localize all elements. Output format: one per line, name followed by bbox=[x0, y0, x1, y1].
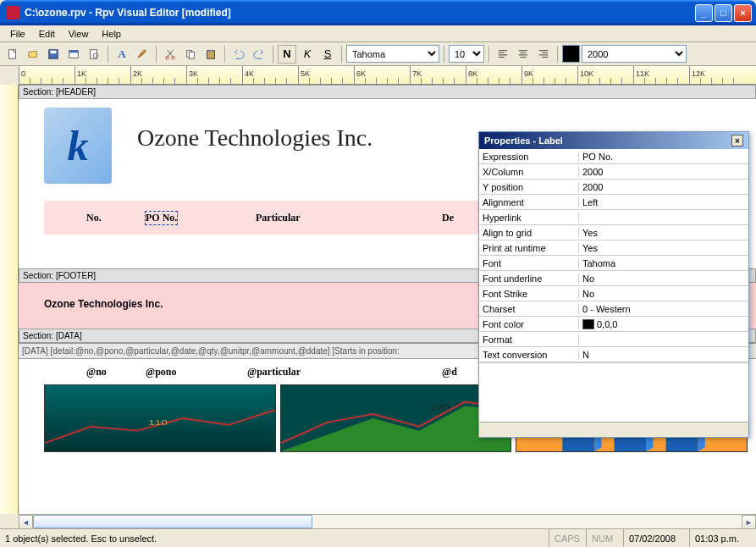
ruler-tick-label: 2K bbox=[133, 69, 142, 78]
font-select[interactable]: Tahoma bbox=[346, 45, 439, 63]
logo-image[interactable]: k bbox=[44, 108, 112, 184]
redo-icon[interactable] bbox=[250, 45, 268, 64]
property-value[interactable]: PO No. bbox=[579, 152, 748, 162]
window-icon[interactable] bbox=[64, 45, 83, 64]
col-de[interactable]: De bbox=[442, 212, 454, 224]
maximize-button[interactable]: □ bbox=[715, 4, 732, 22]
svg-text:110: 110 bbox=[148, 417, 168, 428]
close-button[interactable]: × bbox=[734, 4, 752, 22]
data-col-no[interactable]: @no bbox=[86, 366, 107, 378]
property-value[interactable]: Left bbox=[579, 197, 748, 207]
menubar: File Edit View Help bbox=[0, 25, 756, 42]
property-row[interactable]: Text conversionN bbox=[479, 347, 748, 362]
property-value[interactable]: Tahoma bbox=[579, 258, 748, 268]
ruler-tick-label: 6K bbox=[356, 69, 366, 78]
ruler-tick-label: 8K bbox=[468, 69, 477, 78]
company-title-label[interactable]: Ozone Technologies Inc. bbox=[137, 124, 372, 152]
ruler-tick-label: 1K bbox=[77, 69, 86, 78]
align-right-icon[interactable] bbox=[534, 45, 553, 64]
preview-icon[interactable] bbox=[85, 45, 103, 64]
status-date: 07/02/2008 bbox=[624, 529, 690, 547]
logo-letter: k bbox=[68, 121, 89, 170]
horizontal-scrollbar[interactable]: ◄ ► bbox=[19, 514, 756, 528]
align-left-icon[interactable] bbox=[494, 45, 512, 64]
property-row[interactable]: Font underlineNo bbox=[479, 271, 748, 286]
property-value[interactable]: No bbox=[579, 289, 748, 299]
minimize-button[interactable]: _ bbox=[695, 4, 713, 22]
property-row[interactable]: Charset0 - Western bbox=[479, 301, 748, 317]
position-select[interactable]: 2000 bbox=[582, 45, 687, 63]
property-value[interactable]: No bbox=[579, 274, 748, 284]
color-swatch[interactable] bbox=[562, 45, 580, 63]
property-row[interactable]: Print at runtimeYes bbox=[479, 240, 748, 256]
bold-icon[interactable]: N bbox=[278, 45, 296, 64]
property-row[interactable]: Font StrikeNo bbox=[479, 286, 748, 301]
property-value[interactable]: Yes bbox=[579, 243, 748, 253]
data-col-pono[interactable]: @pono bbox=[146, 366, 177, 378]
brush-icon[interactable] bbox=[133, 45, 152, 64]
property-value[interactable]: 0 - Western bbox=[579, 304, 748, 314]
copy-icon[interactable] bbox=[181, 45, 200, 64]
vertical-ruler[interactable] bbox=[0, 85, 19, 514]
scroll-right-icon[interactable]: ► bbox=[742, 515, 756, 529]
property-value[interactable]: 0,0,0 bbox=[579, 319, 748, 329]
save-icon[interactable] bbox=[44, 45, 63, 64]
property-row[interactable]: AlignmentLeft bbox=[479, 195, 748, 210]
data-col-particular[interactable]: @particular bbox=[247, 366, 301, 378]
scroll-track[interactable] bbox=[33, 515, 742, 528]
ruler-tick-label: 11K bbox=[636, 69, 649, 78]
menu-file[interactable]: File bbox=[3, 27, 32, 41]
app-icon bbox=[6, 6, 19, 19]
property-value[interactable]: 2000 bbox=[579, 182, 748, 192]
chart-1[interactable]: 110 bbox=[44, 384, 276, 452]
data-col-d[interactable]: @d bbox=[442, 366, 457, 378]
properties-grid[interactable]: ExpressionPO No.X/Column2000Y position20… bbox=[479, 149, 748, 362]
font-icon[interactable]: A bbox=[113, 45, 131, 64]
property-key: X/Column bbox=[479, 167, 579, 177]
cut-icon[interactable] bbox=[161, 45, 179, 64]
align-center-icon[interactable] bbox=[514, 45, 533, 64]
property-row[interactable]: Align to gridYes bbox=[479, 225, 748, 240]
color-swatch-icon bbox=[582, 319, 594, 329]
ruler-tick-label: 3K bbox=[189, 69, 198, 78]
italic-icon[interactable]: K bbox=[298, 45, 317, 64]
col-particular[interactable]: Particular bbox=[256, 212, 301, 224]
scroll-thumb[interactable] bbox=[33, 515, 312, 528]
properties-close-icon[interactable]: × bbox=[731, 135, 743, 146]
property-key: Expression bbox=[479, 152, 579, 162]
property-value[interactable]: 2000 bbox=[579, 167, 748, 177]
col-pono-selected[interactable]: PO No. bbox=[146, 212, 177, 224]
property-row[interactable]: Format bbox=[479, 332, 748, 347]
property-value[interactable]: Yes bbox=[579, 228, 748, 238]
paste-icon[interactable] bbox=[201, 45, 220, 64]
underline-icon[interactable]: S bbox=[318, 45, 337, 64]
undo-icon[interactable] bbox=[229, 45, 248, 64]
svg-rect-12 bbox=[208, 49, 212, 52]
work-area: Section: [HEADER] k Ozone Technologies I… bbox=[0, 85, 756, 514]
menu-edit[interactable]: Edit bbox=[32, 27, 62, 41]
chart-2[interactable]: 260 280 bbox=[280, 384, 512, 452]
footer-company-label[interactable]: Ozone Technologies Inc. bbox=[44, 298, 163, 310]
font-size-select[interactable]: 10 bbox=[449, 45, 484, 63]
status-main: 1 object(s) selected. Esc to unselect. bbox=[0, 529, 549, 547]
property-row[interactable]: ExpressionPO No. bbox=[479, 149, 748, 164]
menu-view[interactable]: View bbox=[62, 27, 96, 41]
titlebar[interactable]: C:\ozone.rpv - Rpv Visual Editor [modifi… bbox=[0, 0, 756, 25]
property-row[interactable]: FontTahoma bbox=[479, 256, 748, 271]
horizontal-ruler[interactable]: 01K2K3K4K5K6K7K8K9K10K11K12K bbox=[19, 66, 756, 85]
property-value[interactable]: N bbox=[579, 350, 748, 360]
new-icon[interactable] bbox=[3, 45, 22, 64]
menu-help[interactable]: Help bbox=[95, 27, 128, 41]
properties-titlebar[interactable]: Properties - Label × bbox=[479, 132, 748, 149]
section-header-label[interactable]: Section: [HEADER] bbox=[19, 85, 756, 99]
property-row[interactable]: Hyperlink bbox=[479, 210, 748, 225]
property-row[interactable]: X/Column2000 bbox=[479, 164, 748, 180]
property-row[interactable]: Font color0,0,0 bbox=[479, 317, 748, 332]
open-icon[interactable] bbox=[24, 45, 42, 64]
scroll-left-icon[interactable]: ◄ bbox=[19, 515, 33, 529]
col-no[interactable]: No. bbox=[86, 212, 102, 224]
property-row[interactable]: Y position2000 bbox=[479, 180, 748, 195]
properties-panel[interactable]: Properties - Label × ExpressionPO No.X/C… bbox=[478, 131, 749, 438]
status-caps: CAPS bbox=[549, 529, 587, 547]
ruler-tick-label: 12K bbox=[692, 69, 705, 78]
